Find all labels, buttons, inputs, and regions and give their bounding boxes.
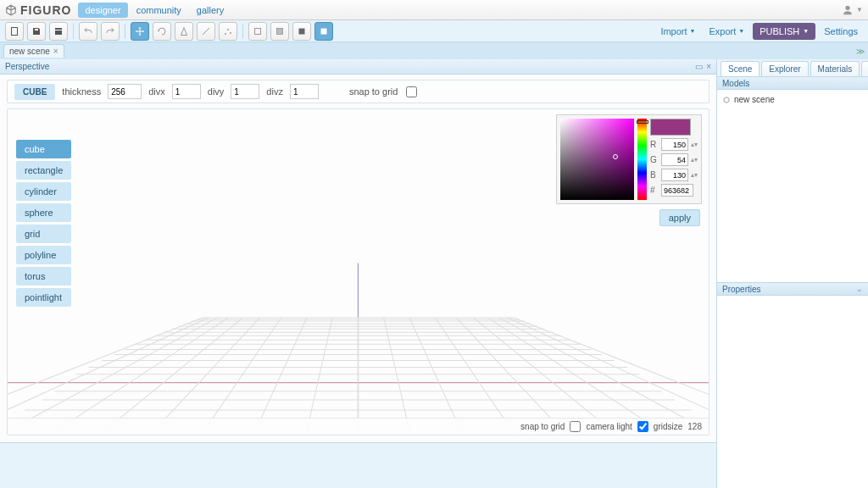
rtab-materials[interactable]: Materials xyxy=(810,61,860,76)
publish-button[interactable]: PUBLISH▼ xyxy=(753,23,815,40)
r-input[interactable] xyxy=(661,138,688,151)
divx-label: divx xyxy=(148,86,165,97)
svg-point-4 xyxy=(230,32,231,34)
redo-button[interactable] xyxy=(101,22,120,41)
svg-rect-0 xyxy=(12,27,18,35)
vf-gridsize-label: gridsize xyxy=(654,422,682,431)
scene-tree-item[interactable]: new scene xyxy=(722,93,863,106)
svg-rect-7 xyxy=(299,28,305,34)
shape-rectangle-button[interactable]: rectangle xyxy=(16,161,71,180)
shape-grid-button[interactable]: grid xyxy=(16,225,71,243)
line-tool-button[interactable] xyxy=(197,22,215,41)
b-label: B xyxy=(650,170,659,180)
new-file-button[interactable] xyxy=(5,22,24,41)
satval-area[interactable] xyxy=(560,119,634,200)
scene-tab-close-icon[interactable]: × xyxy=(53,47,58,56)
g-input[interactable] xyxy=(661,153,688,166)
shape-type-chip: CUBE xyxy=(14,84,55,100)
settings-link[interactable]: Settings xyxy=(819,24,863,39)
properties-collapse-icon[interactable]: ⌄ xyxy=(856,285,863,293)
divz-input[interactable] xyxy=(290,84,319,99)
hue-cursor-icon xyxy=(637,120,648,124)
vf-snap-label: snap to grid xyxy=(520,422,565,431)
points-tool-button[interactable] xyxy=(219,22,237,41)
vf-snap-checkbox[interactable] xyxy=(570,421,581,432)
color-swatch xyxy=(650,119,691,136)
satval-cursor-icon xyxy=(613,154,618,159)
g-label: G xyxy=(650,155,659,164)
hex-input[interactable] xyxy=(661,184,693,197)
b-input[interactable] xyxy=(661,169,688,181)
cube-logo-icon xyxy=(5,4,17,16)
panel-close-icon[interactable]: × xyxy=(706,62,711,71)
r-label: R xyxy=(650,140,659,149)
snap-params-checkbox[interactable] xyxy=(406,86,417,97)
scene-tab[interactable]: new scene × xyxy=(3,44,64,58)
apply-color-button[interactable]: apply xyxy=(659,209,700,226)
divy-input[interactable] xyxy=(231,84,259,99)
svg-line-1 xyxy=(203,28,209,35)
models-section-head: Models xyxy=(717,76,868,90)
undo-button[interactable] xyxy=(79,22,97,41)
brand-text: FIGURO xyxy=(20,3,71,17)
nav-community[interactable]: community xyxy=(130,3,188,18)
rotate-tool-button[interactable] xyxy=(153,22,171,41)
shape-pointlight-button[interactable]: pointlight xyxy=(16,288,71,307)
shape-cube-button[interactable]: cube xyxy=(16,140,71,158)
export-menu[interactable]: Export▼ xyxy=(704,24,750,39)
shape-polyline-button[interactable]: polyline xyxy=(16,246,71,264)
svg-point-2 xyxy=(225,33,226,35)
open-button[interactable] xyxy=(49,22,68,41)
shape-cylinder-button[interactable]: cylinder xyxy=(16,182,71,201)
scene-tab-label: new scene xyxy=(9,47,50,56)
bottom-panel xyxy=(0,442,716,488)
divy-label: divy xyxy=(208,86,225,97)
properties-label: Properties xyxy=(722,285,761,294)
save-button[interactable] xyxy=(27,22,46,41)
divx-input[interactable] xyxy=(172,84,201,99)
rtab-scene[interactable]: Scene xyxy=(721,61,760,76)
brand-logo: FIGURO xyxy=(5,3,71,17)
import-menu[interactable]: Import▼ xyxy=(655,24,700,39)
nav-designer[interactable]: designer xyxy=(78,3,127,18)
vf-camera-label: camera light xyxy=(586,422,632,431)
rtab-help[interactable]: Help xyxy=(861,61,868,76)
divz-label: divz xyxy=(266,86,283,97)
properties-section-head[interactable]: Properties ⌄ xyxy=(717,282,868,296)
hue-slider[interactable] xyxy=(637,119,647,200)
vf-gridsize-value: 128 xyxy=(687,422,702,431)
svg-rect-8 xyxy=(321,28,327,34)
scene-tree-label: new scene xyxy=(734,95,775,104)
hex-label: # xyxy=(650,186,659,195)
thickness-label: thickness xyxy=(62,86,101,97)
panel-title: Perspective xyxy=(5,62,49,71)
shape-sphere-button[interactable]: sphere xyxy=(16,203,71,222)
vf-camera-checkbox[interactable] xyxy=(637,421,648,432)
rtab-explorer[interactable]: Explorer xyxy=(761,61,808,76)
scene-node-icon xyxy=(722,96,731,104)
thickness-input[interactable] xyxy=(108,84,142,99)
svg-rect-6 xyxy=(277,28,283,34)
shaded-view-button[interactable] xyxy=(270,22,289,41)
user-dropdown-caret[interactable]: ▼ xyxy=(856,6,863,14)
user-menu-icon[interactable] xyxy=(841,3,854,17)
nav-gallery[interactable]: gallery xyxy=(190,3,231,18)
shape-torus-button[interactable]: torus xyxy=(16,267,71,286)
move-tool-button[interactable] xyxy=(131,22,149,41)
wireframe-view-button[interactable] xyxy=(248,22,267,41)
color-picker: R▴▾ G▴▾ B▴▾ # xyxy=(556,114,702,204)
solid-view-button[interactable] xyxy=(292,22,311,41)
snap-params-label: snap to grid xyxy=(349,86,398,97)
properties-body xyxy=(717,296,868,488)
panel-maximize-icon[interactable]: ▭ xyxy=(695,62,703,71)
textured-view-button[interactable] xyxy=(314,22,333,41)
tabbar-overflow-icon[interactable]: ≫ xyxy=(856,47,865,56)
svg-rect-5 xyxy=(255,28,261,34)
svg-point-3 xyxy=(227,29,229,30)
scale-tool-button[interactable] xyxy=(175,22,193,41)
